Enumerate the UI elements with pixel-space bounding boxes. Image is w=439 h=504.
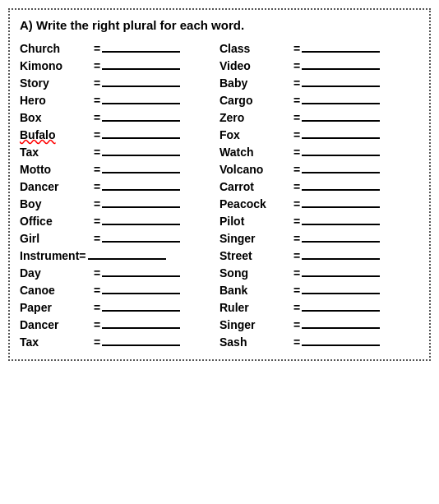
list-item: Girl = bbox=[20, 229, 220, 246]
answer-input[interactable] bbox=[302, 195, 380, 208]
word-day: Day bbox=[20, 266, 94, 280]
word-volcano: Volcano bbox=[220, 163, 293, 176]
list-item: Video = bbox=[220, 56, 419, 73]
word-instrument: Instrument bbox=[20, 249, 79, 262]
answer-input[interactable] bbox=[102, 91, 180, 104]
list-item: Class = bbox=[220, 39, 419, 56]
instruction: A) Write the right plural for each word. bbox=[20, 18, 419, 32]
list-item: Singer = bbox=[220, 229, 419, 246]
answer-input[interactable] bbox=[302, 316, 380, 329]
list-item: Zero = bbox=[220, 108, 419, 125]
word-fox: Fox bbox=[220, 128, 293, 141]
word-sash: Sash bbox=[220, 335, 293, 349]
answer-input[interactable] bbox=[302, 281, 380, 294]
column-left: Church = Kimono = Story = Hero = Box bbox=[20, 39, 220, 349]
word-paper: Paper bbox=[20, 301, 94, 314]
answer-input[interactable] bbox=[302, 160, 380, 173]
word-bufalo: Bufalo bbox=[20, 128, 94, 141]
word-story: Story bbox=[20, 76, 94, 90]
word-dancer2: Dancer bbox=[20, 318, 94, 331]
list-item: Motto = bbox=[20, 160, 220, 177]
answer-input[interactable] bbox=[102, 195, 180, 208]
answer-input[interactable] bbox=[102, 57, 180, 70]
word-pilot: Pilot bbox=[220, 215, 293, 228]
word-canoe: Canoe bbox=[20, 284, 94, 297]
worksheet: A) Write the right plural for each word.… bbox=[8, 8, 431, 361]
word-ruler: Ruler bbox=[220, 301, 293, 314]
word-class: Class bbox=[220, 42, 293, 55]
answer-input[interactable] bbox=[102, 333, 180, 346]
answer-input[interactable] bbox=[302, 57, 380, 70]
list-item: Peacock = bbox=[220, 194, 419, 211]
answer-input[interactable] bbox=[302, 178, 380, 191]
answer-input[interactable] bbox=[88, 247, 166, 260]
answer-input[interactable] bbox=[302, 39, 380, 53]
answer-input[interactable] bbox=[102, 109, 180, 122]
word-church: Church bbox=[20, 42, 94, 55]
word-baby: Baby bbox=[220, 76, 293, 90]
answer-input[interactable] bbox=[302, 74, 380, 87]
list-item: Carrot = bbox=[220, 177, 419, 194]
list-item: Baby = bbox=[220, 73, 419, 90]
words-grid: Church = Kimono = Story = Hero = Box bbox=[20, 39, 419, 349]
answer-input[interactable] bbox=[302, 126, 380, 139]
answer-input[interactable] bbox=[302, 247, 380, 260]
list-item: Paper = bbox=[20, 298, 220, 315]
word-street: Street bbox=[220, 249, 293, 262]
word-boy: Boy bbox=[20, 197, 94, 210]
list-item: Watch = bbox=[220, 142, 419, 160]
answer-input[interactable] bbox=[102, 298, 180, 312]
list-item: Dancer = bbox=[20, 177, 220, 194]
word-song: Song bbox=[220, 266, 293, 280]
answer-input[interactable] bbox=[302, 109, 380, 122]
word-box: Box bbox=[20, 111, 94, 124]
list-item: Pilot = bbox=[220, 211, 419, 229]
word-zero: Zero bbox=[220, 111, 293, 124]
answer-input[interactable] bbox=[302, 264, 380, 277]
answer-input[interactable] bbox=[102, 143, 180, 156]
list-item: Canoe = bbox=[20, 280, 220, 298]
list-item: Dancer = bbox=[20, 315, 220, 332]
answer-input[interactable] bbox=[102, 316, 180, 329]
column-right: Class = Video = Baby = Cargo = Zero bbox=[220, 39, 419, 349]
list-item: Fox = bbox=[220, 125, 419, 142]
list-item: Church = bbox=[20, 39, 220, 56]
list-item: Office = bbox=[20, 211, 220, 229]
list-item: Story = bbox=[20, 73, 220, 90]
word-office: Office bbox=[20, 215, 94, 228]
answer-input[interactable] bbox=[302, 298, 380, 312]
list-item: Kimono = bbox=[20, 56, 220, 73]
answer-input[interactable] bbox=[102, 39, 180, 53]
answer-input[interactable] bbox=[302, 143, 380, 156]
list-item: Day = bbox=[20, 263, 220, 280]
list-item: Song = bbox=[220, 263, 419, 280]
list-item: Instrument = bbox=[20, 246, 220, 263]
answer-input[interactable] bbox=[102, 126, 180, 139]
word-bank: Bank bbox=[220, 284, 293, 297]
list-item: Sash = bbox=[220, 332, 419, 349]
answer-input[interactable] bbox=[302, 333, 380, 346]
answer-input[interactable] bbox=[302, 229, 380, 243]
word-video: Video bbox=[220, 59, 293, 72]
answer-input[interactable] bbox=[102, 74, 180, 87]
answer-input[interactable] bbox=[102, 229, 180, 243]
word-singer2: Singer bbox=[220, 318, 293, 331]
word-kimono: Kimono bbox=[20, 59, 94, 72]
answer-input[interactable] bbox=[102, 212, 180, 225]
word-watch: Watch bbox=[220, 146, 293, 159]
list-item: Cargo = bbox=[220, 90, 419, 108]
list-item: Street = bbox=[220, 246, 419, 263]
list-item: Hero = bbox=[20, 90, 220, 108]
list-item: Bufalo = bbox=[20, 125, 220, 142]
answer-input[interactable] bbox=[102, 178, 180, 191]
word-hero: Hero bbox=[20, 94, 94, 107]
answer-input[interactable] bbox=[102, 160, 180, 173]
word-peacock: Peacock bbox=[220, 197, 293, 210]
word-dancer: Dancer bbox=[20, 180, 94, 193]
answer-input[interactable] bbox=[102, 264, 180, 277]
list-item: Singer = bbox=[220, 315, 419, 332]
answer-input[interactable] bbox=[102, 281, 180, 294]
answer-input[interactable] bbox=[302, 212, 380, 225]
word-tax2: Tax bbox=[20, 335, 94, 349]
answer-input[interactable] bbox=[302, 91, 380, 104]
